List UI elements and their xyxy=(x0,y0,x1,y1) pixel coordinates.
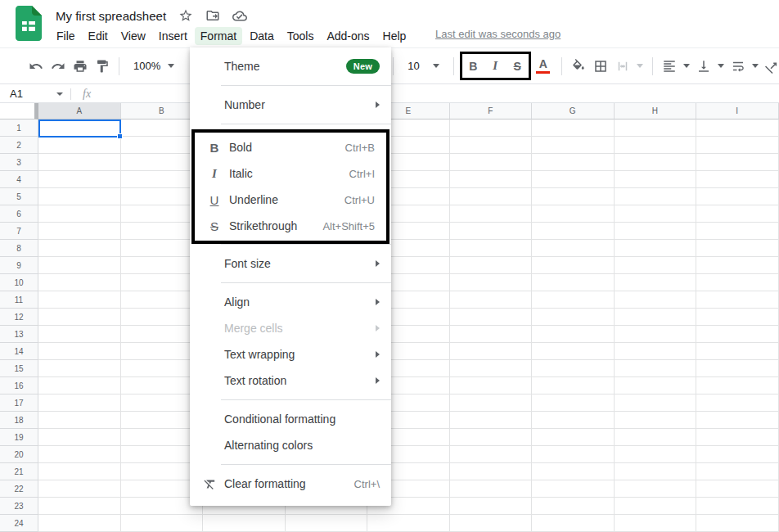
text-wrapping-button[interactable] xyxy=(727,54,759,79)
row-header-4[interactable]: 4 xyxy=(0,171,38,188)
font-size-select[interactable]: 10 xyxy=(399,54,447,79)
row-header-12[interactable]: 12 xyxy=(0,309,38,326)
cell-i4[interactable] xyxy=(696,171,779,188)
cell-a11[interactable] xyxy=(38,291,121,309)
cell-d24[interactable] xyxy=(286,515,368,532)
cell-i12[interactable] xyxy=(696,309,779,326)
menubar-item-data[interactable]: Data xyxy=(244,27,280,45)
cell-g8[interactable] xyxy=(532,240,615,257)
cell-i10[interactable] xyxy=(696,274,779,291)
cell-a23[interactable] xyxy=(38,498,121,515)
column-header-g[interactable]: G xyxy=(532,103,615,119)
cell-f15[interactable] xyxy=(450,360,533,377)
cell-a21[interactable] xyxy=(38,463,121,480)
cell-f9[interactable] xyxy=(450,257,533,274)
menu-item-italic[interactable]: IItalicCtrl+I xyxy=(195,160,386,187)
cell-a19[interactable] xyxy=(38,429,121,446)
column-header-h[interactable]: H xyxy=(615,103,697,119)
cell-a3[interactable] xyxy=(38,154,121,171)
cell-f12[interactable] xyxy=(450,309,533,326)
row-header-19[interactable]: 19 xyxy=(0,429,38,446)
strikethrough-button[interactable]: S xyxy=(507,54,529,78)
row-header-7[interactable]: 7 xyxy=(0,223,38,240)
cell-f7[interactable] xyxy=(450,223,533,240)
cell-h1[interactable] xyxy=(615,119,697,137)
redo-button[interactable] xyxy=(47,54,69,79)
cell-i17[interactable] xyxy=(696,394,779,412)
cell-g9[interactable] xyxy=(532,257,615,274)
row-header-21[interactable]: 21 xyxy=(0,463,38,480)
row-header-5[interactable]: 5 xyxy=(0,188,38,205)
cell-g17[interactable] xyxy=(532,394,615,412)
row-header-23[interactable]: 23 xyxy=(0,498,38,515)
menubar-item-file[interactable]: File xyxy=(51,27,81,45)
cell-h18[interactable] xyxy=(615,412,697,429)
cell-h13[interactable] xyxy=(615,326,697,343)
row-header-2[interactable]: 2 xyxy=(0,137,38,154)
menu-item-bold[interactable]: BBoldCtrl+B xyxy=(195,134,386,160)
paint-format-button[interactable] xyxy=(91,54,113,79)
cell-f16[interactable] xyxy=(450,377,533,394)
fill-handle[interactable] xyxy=(117,133,123,139)
menu-item-font-size[interactable]: Font size xyxy=(190,250,391,277)
cell-h10[interactable] xyxy=(615,274,697,291)
cell-f3[interactable] xyxy=(450,154,533,171)
cell-f23[interactable] xyxy=(450,498,533,515)
cell-h3[interactable] xyxy=(615,154,697,171)
row-header-9[interactable]: 9 xyxy=(0,257,38,274)
cell-g13[interactable] xyxy=(532,326,615,343)
cell-a12[interactable] xyxy=(38,309,121,326)
cell-a13[interactable] xyxy=(38,326,121,343)
cell-f19[interactable] xyxy=(450,429,533,446)
menubar-item-view[interactable]: View xyxy=(115,27,151,45)
cell-a1[interactable] xyxy=(38,119,121,137)
column-header-a[interactable]: A xyxy=(38,103,121,119)
select-all-corner[interactable] xyxy=(0,103,38,119)
cell-i22[interactable] xyxy=(696,480,779,498)
cell-f10[interactable] xyxy=(450,274,533,291)
cell-f18[interactable] xyxy=(450,412,533,429)
menu-item-theme[interactable]: ThemeNew xyxy=(190,53,391,79)
cell-i16[interactable] xyxy=(696,377,779,394)
cell-g1[interactable] xyxy=(532,119,615,137)
column-header-f[interactable]: F xyxy=(450,103,533,119)
menubar-item-add-ons[interactable]: Add-ons xyxy=(321,27,375,45)
cell-g14[interactable] xyxy=(532,343,615,360)
cell-a5[interactable] xyxy=(38,188,121,205)
cell-h15[interactable] xyxy=(615,360,697,377)
cell-h24[interactable] xyxy=(615,515,697,532)
bold-button[interactable]: B xyxy=(462,54,484,78)
move-folder-icon[interactable] xyxy=(205,8,220,23)
cell-h23[interactable] xyxy=(615,498,697,515)
cell-i20[interactable] xyxy=(696,446,779,463)
cell-f13[interactable] xyxy=(450,326,533,343)
cell-g5[interactable] xyxy=(532,188,615,205)
cell-h14[interactable] xyxy=(615,343,697,360)
cell-h4[interactable] xyxy=(615,171,697,188)
menu-item-alternating-colors[interactable]: Alternating colors xyxy=(190,432,391,458)
cell-e24[interactable] xyxy=(367,515,450,532)
menu-item-clear-formatting[interactable]: Clear formattingCtrl+\ xyxy=(190,471,391,497)
row-header-1[interactable]: 1 xyxy=(0,119,38,137)
menu-item-text-wrapping[interactable]: Text wrapping xyxy=(190,341,391,367)
cell-i1[interactable] xyxy=(696,119,779,137)
menu-item-number[interactable]: Number xyxy=(190,92,391,118)
row-header-22[interactable]: 22 xyxy=(0,480,38,498)
row-header-18[interactable]: 18 xyxy=(0,412,38,429)
cell-g6[interactable] xyxy=(532,205,615,223)
sheets-logo-icon[interactable] xyxy=(16,6,42,41)
zoom-select[interactable]: 100% xyxy=(125,54,182,79)
cell-h2[interactable] xyxy=(615,137,697,154)
cell-a2[interactable] xyxy=(38,137,121,154)
cell-h19[interactable] xyxy=(615,429,697,446)
cell-h7[interactable] xyxy=(615,223,697,240)
cell-a16[interactable] xyxy=(38,377,121,394)
cell-i3[interactable] xyxy=(696,154,779,171)
cell-i13[interactable] xyxy=(696,326,779,343)
row-header-11[interactable]: 11 xyxy=(0,291,38,309)
borders-button[interactable] xyxy=(590,54,612,79)
text-color-button[interactable]: A xyxy=(531,54,556,79)
cell-h20[interactable] xyxy=(615,446,697,463)
menu-item-text-rotation[interactable]: Text rotation xyxy=(190,367,391,394)
menubar-item-edit[interactable]: Edit xyxy=(83,27,114,45)
